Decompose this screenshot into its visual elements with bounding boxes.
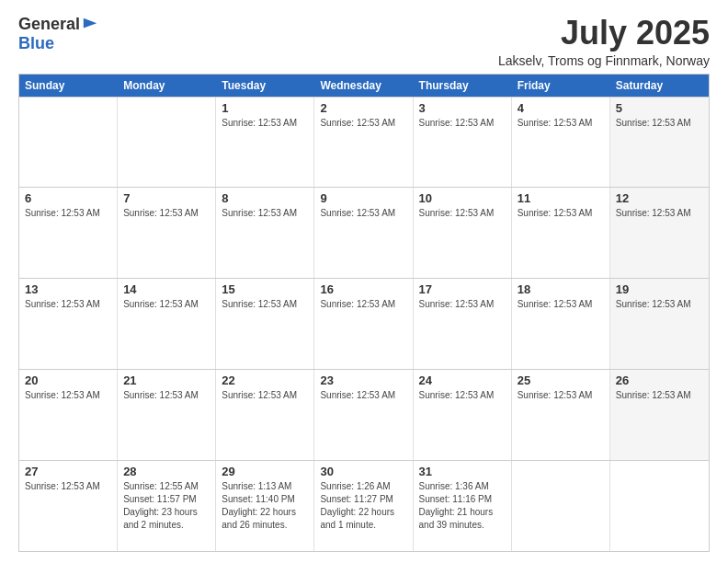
day-info: Sunrise: 12:53 AM <box>419 389 506 402</box>
day-number: 10 <box>419 191 506 205</box>
day-number: 9 <box>320 191 406 205</box>
week-row: 1Sunrise: 12:53 AM2Sunrise: 12:53 AM3Sun… <box>19 97 709 188</box>
day-cell <box>118 98 216 188</box>
day-info: Sunrise: 12:53 AM <box>518 389 604 402</box>
day-info: Sunrise: 12:53 AM <box>320 389 406 402</box>
day-number: 17 <box>419 282 506 296</box>
day-number: 11 <box>518 191 604 205</box>
day-info: Sunrise: 12:53 AM <box>616 298 703 311</box>
day-number: 27 <box>25 465 111 478</box>
day-number: 24 <box>419 373 506 387</box>
day-number: 13 <box>25 282 111 296</box>
month-title: July 2025 <box>498 15 710 52</box>
day-cell: 15Sunrise: 12:53 AM <box>216 279 314 369</box>
day-cell: 8Sunrise: 12:53 AM <box>216 188 314 278</box>
day-cell <box>19 98 118 188</box>
day-info: Sunrise: 12:53 AM <box>419 117 506 130</box>
logo-flag-icon <box>82 17 98 33</box>
day-number: 22 <box>222 373 308 387</box>
day-cell: 22Sunrise: 12:53 AM <box>216 370 314 460</box>
day-info: Sunrise: 12:53 AM <box>25 389 111 402</box>
day-cell: 24Sunrise: 12:53 AM <box>414 370 512 460</box>
day-number: 12 <box>616 191 703 205</box>
day-number: 29 <box>222 465 308 478</box>
day-info: Sunrise: 12:53 AM <box>320 117 406 130</box>
day-info: Sunrise: 12:53 AM <box>616 117 703 130</box>
day-cell: 12Sunrise: 12:53 AM <box>610 188 709 278</box>
day-number: 7 <box>123 191 210 205</box>
day-cell: 18Sunrise: 12:53 AM <box>512 279 610 369</box>
day-number: 8 <box>222 191 308 205</box>
day-info: Sunrise: 12:53 AM <box>518 207 604 220</box>
day-cell <box>512 461 610 551</box>
day-number: 26 <box>616 373 703 387</box>
day-number: 16 <box>320 282 406 296</box>
day-header: Tuesday <box>216 75 314 97</box>
day-number: 19 <box>616 282 703 296</box>
logo-general-text: General <box>18 15 80 34</box>
week-row: 20Sunrise: 12:53 AM21Sunrise: 12:53 AM22… <box>19 369 709 460</box>
day-header: Monday <box>118 75 216 97</box>
day-number: 15 <box>222 282 308 296</box>
day-info: Sunrise: 12:53 AM <box>123 207 210 220</box>
week-row: 13Sunrise: 12:53 AM14Sunrise: 12:53 AM15… <box>19 278 709 369</box>
day-info: Sunrise: 12:53 AM <box>419 298 506 311</box>
day-cell: 2Sunrise: 12:53 AM <box>314 98 413 188</box>
day-info: Sunrise: 12:53 AM <box>25 298 111 311</box>
day-number: 18 <box>518 282 604 296</box>
day-info: Sunrise: 1:36 AM Sunset: 11:16 PM Daylig… <box>419 480 506 532</box>
day-cell: 29Sunrise: 1:13 AM Sunset: 11:40 PM Dayl… <box>216 461 314 551</box>
day-info: Sunrise: 12:55 AM Sunset: 11:57 PM Dayli… <box>123 480 210 532</box>
day-info: Sunrise: 12:53 AM <box>518 117 604 130</box>
day-cell <box>610 461 709 551</box>
day-info: Sunrise: 12:53 AM <box>25 480 111 493</box>
day-info: Sunrise: 12:53 AM <box>123 298 210 311</box>
day-number: 21 <box>123 373 210 387</box>
day-cell: 30Sunrise: 1:26 AM Sunset: 11:27 PM Dayl… <box>314 461 413 551</box>
day-info: Sunrise: 1:26 AM Sunset: 11:27 PM Daylig… <box>320 480 406 532</box>
day-info: Sunrise: 12:53 AM <box>222 298 308 311</box>
day-number: 25 <box>518 373 604 387</box>
day-cell: 21Sunrise: 12:53 AM <box>118 370 216 460</box>
day-info: Sunrise: 12:53 AM <box>222 389 308 402</box>
day-info: Sunrise: 12:53 AM <box>616 389 703 402</box>
day-number: 1 <box>222 101 308 115</box>
day-cell: 9Sunrise: 12:53 AM <box>314 188 413 278</box>
day-cell: 14Sunrise: 12:53 AM <box>118 279 216 369</box>
day-header: Saturday <box>610 75 709 97</box>
day-info: Sunrise: 12:53 AM <box>222 207 308 220</box>
day-cell: 5Sunrise: 12:53 AM <box>610 98 709 188</box>
day-number: 20 <box>25 373 111 387</box>
logo-text: General <box>18 15 98 34</box>
day-cell: 17Sunrise: 12:53 AM <box>414 279 512 369</box>
header: General Blue July 2025 Lakselv, Troms og… <box>18 15 710 68</box>
day-header: Thursday <box>414 75 512 97</box>
day-cell: 6Sunrise: 12:53 AM <box>19 188 118 278</box>
day-cell: 19Sunrise: 12:53 AM <box>610 279 709 369</box>
day-cell: 31Sunrise: 1:36 AM Sunset: 11:16 PM Dayl… <box>414 461 512 551</box>
week-row: 6Sunrise: 12:53 AM7Sunrise: 12:53 AM8Sun… <box>19 187 709 278</box>
day-number: 5 <box>616 101 703 115</box>
day-cell: 27Sunrise: 12:53 AM <box>19 461 118 551</box>
day-cell: 7Sunrise: 12:53 AM <box>118 188 216 278</box>
day-info: Sunrise: 12:53 AM <box>320 298 406 311</box>
day-header: Wednesday <box>314 75 413 97</box>
day-cell: 4Sunrise: 12:53 AM <box>512 98 610 188</box>
calendar: SundayMondayTuesdayWednesdayThursdayFrid… <box>18 74 710 552</box>
day-header: Friday <box>512 75 610 97</box>
day-number: 28 <box>123 465 210 478</box>
day-info: Sunrise: 12:53 AM <box>518 298 604 311</box>
day-number: 30 <box>320 465 406 478</box>
day-cell: 13Sunrise: 12:53 AM <box>19 279 118 369</box>
day-info: Sunrise: 12:53 AM <box>222 117 308 130</box>
day-cell: 26Sunrise: 12:53 AM <box>610 370 709 460</box>
calendar-body: 1Sunrise: 12:53 AM2Sunrise: 12:53 AM3Sun… <box>19 97 709 551</box>
day-cell: 23Sunrise: 12:53 AM <box>314 370 413 460</box>
day-info: Sunrise: 1:13 AM Sunset: 11:40 PM Daylig… <box>222 480 308 532</box>
day-headers: SundayMondayTuesdayWednesdayThursdayFrid… <box>19 75 709 97</box>
day-number: 4 <box>518 101 604 115</box>
svg-marker-0 <box>84 17 97 28</box>
day-info: Sunrise: 12:53 AM <box>123 389 210 402</box>
day-number: 31 <box>419 465 506 478</box>
day-info: Sunrise: 12:53 AM <box>616 207 703 220</box>
